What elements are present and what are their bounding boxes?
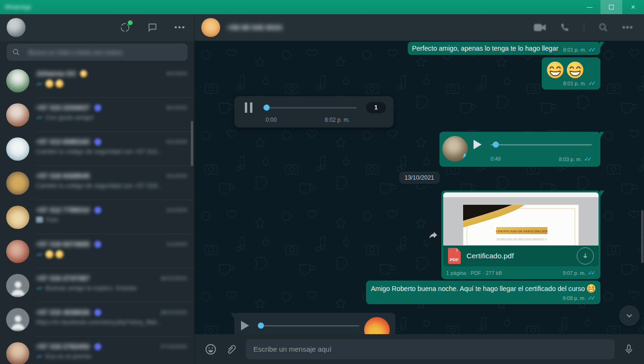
chat-preview: Cambió tu código de seguridad con +57 31…	[36, 182, 162, 189]
close-button[interactable]: ✕	[622, 0, 644, 14]
pdf-icon: PDF	[448, 248, 461, 264]
message-time: 9:07 p. m.	[563, 270, 586, 276]
new-chat-icon[interactable]	[147, 22, 158, 33]
slider-thumb[interactable]	[263, 105, 269, 111]
message-time: 9:08 p. m.	[563, 295, 586, 301]
list-item[interactable]: +57 316 2747367 30/12/2021 ✓✓ Buenas ami…	[0, 268, 194, 302]
beaming-face-emoji	[566, 61, 584, 79]
message-input[interactable]	[246, 339, 615, 359]
message-bubble-text[interactable]: Perfecto amigo, apenas lo tenga te lo ha…	[408, 42, 600, 55]
chat-avatar	[6, 206, 29, 229]
download-icon	[581, 252, 590, 260]
attach-icon[interactable]	[224, 343, 237, 356]
voice-progress-slider[interactable]	[491, 144, 592, 146]
mic-icon[interactable]	[622, 343, 635, 356]
document-meta: 1 página · PDF · 277 kB	[446, 270, 502, 276]
list-item[interactable]: +57 313 6085163 5/1/2022 Cambió tu códig…	[0, 132, 194, 166]
chat-preview: Cambió tu código de seguridad con +57 31…	[36, 148, 162, 155]
list-item[interactable]: +57 312 7789310 2/1/2022 Foto	[0, 200, 194, 234]
play-button[interactable]	[474, 140, 482, 149]
list-item[interactable]: +57 315 4036026 28/12/2021 https://m.fac…	[0, 302, 194, 337]
voice-sender-avatar	[364, 317, 390, 334]
video-call-icon[interactable]	[534, 23, 546, 32]
chat-header[interactable]: +58 98 546 9034 •••	[195, 14, 644, 41]
maximize-button[interactable]	[600, 0, 622, 14]
chat-list: Johanna GC 9/1/2022 ✓✓	[0, 64, 194, 364]
contact-name: +58 98 546 9034	[227, 23, 282, 32]
search-icon	[12, 48, 20, 56]
read-check-icon: ✓✓	[36, 81, 45, 87]
list-item[interactable]: +57 318 2762452 27/12/2021 ✓✓ Eso es el …	[0, 337, 194, 364]
sidebar-scrollbar[interactable]	[191, 121, 193, 166]
emoji-icon[interactable]	[204, 343, 217, 356]
document-file-row[interactable]: PDF Certificado.pdf	[443, 246, 599, 266]
more-icon[interactable]: •••	[622, 23, 634, 32]
search-placeholder: Busca un chat o inicia uno nuevo	[28, 49, 122, 56]
document-preview[interactable]: CERTIFICADO DE PARTICIPACIÓN OTORGADO EN…	[443, 192, 599, 246]
message-bubble-voice[interactable]: 0:49 8:03 p. m.✓✓	[439, 132, 600, 167]
voice-progress-slider[interactable]	[258, 325, 359, 327]
beaming-face-emoji	[546, 61, 564, 79]
header-divider	[584, 22, 584, 33]
list-item[interactable]: +57 310 2334027 8/1/2022 ✓✓ Con gusto am…	[0, 98, 194, 132]
list-item[interactable]: +57 318 6074665 1/1/2022 ✓✓	[0, 234, 194, 268]
chat-preview: https://m.facebook.com/story.php?story_f…	[36, 318, 161, 326]
minimize-button[interactable]: —	[579, 0, 600, 14]
chat-name: +57 318 6074665	[36, 240, 89, 248]
search-icon[interactable]	[599, 23, 608, 32]
message-bubble-text[interactable]: Amigo Roberto buena noche. Aquí te hago …	[366, 281, 600, 304]
chat-date: 2/1/2022	[166, 207, 188, 213]
read-check-icon: ✓✓	[36, 353, 45, 360]
search-input[interactable]: Busca un chat o inicia uno nuevo	[7, 44, 188, 61]
voice-call-icon[interactable]	[560, 23, 570, 32]
message-bubble-voice[interactable]	[234, 313, 395, 334]
badge-icon	[94, 343, 101, 350]
audio-timestamp: 8:02 p. m.	[325, 117, 350, 123]
download-button[interactable]	[577, 247, 594, 264]
read-check-icon: ✓✓	[36, 114, 45, 121]
play-button[interactable]	[241, 321, 249, 330]
audio-progress-slider[interactable]	[263, 107, 357, 109]
slider-thumb[interactable]	[492, 142, 499, 148]
message-text: Amigo Roberto buena noche. Aquí te hago …	[371, 285, 585, 292]
user-avatar[interactable]	[7, 18, 26, 37]
chat-name: +57 318 9428545	[36, 172, 89, 180]
read-check-icon: ✓✓	[584, 156, 592, 163]
chat-scrollbar[interactable]	[641, 210, 644, 263]
contact-avatar[interactable]	[201, 18, 220, 37]
message-bubble-document[interactable]: CERTIFICADO DE PARTICIPACIÓN OTORGADO EN…	[441, 191, 600, 279]
badge-icon	[94, 138, 101, 146]
list-item[interactable]: +57 318 9428545 4/1/2022 Cambió tu códig…	[0, 166, 194, 200]
emoji-icon	[45, 80, 54, 88]
playback-speed-button[interactable]: 1	[366, 102, 386, 113]
window-title: WhatsApp	[5, 4, 31, 10]
message-time: 8:01 p. m.	[563, 81, 586, 86]
chat-name: Johanna GC	[36, 70, 76, 77]
sidebar-header: •••	[0, 14, 194, 41]
message-time: 8:01 p. m.	[563, 47, 586, 53]
badge-icon	[94, 207, 101, 214]
chat-preview: Eso es el premio	[45, 353, 91, 360]
scroll-to-bottom-button[interactable]	[619, 305, 640, 326]
beaming-face-emoji	[587, 284, 596, 293]
message-bubble-emoji[interactable]: 8:01 p. m.✓✓	[542, 57, 600, 90]
date-divider: 13/10/2021	[399, 172, 440, 184]
voice-duration: 0:49	[491, 156, 501, 162]
slider-thumb[interactable]	[258, 323, 264, 329]
chat-date: 5/1/2022	[166, 139, 188, 145]
elapsed-time: 0:00	[266, 117, 277, 123]
window-titlebar: WhatsApp — ✕	[0, 0, 644, 14]
list-item[interactable]: Johanna GC 9/1/2022 ✓✓	[0, 64, 194, 98]
person-icon	[9, 312, 27, 331]
chat-name: +57 313 6085163	[36, 138, 89, 146]
forward-button[interactable]	[425, 228, 441, 244]
mic-icon	[364, 334, 370, 334]
chat-preview: Foto	[46, 216, 58, 223]
status-icon[interactable]	[119, 22, 131, 33]
chat-date: 9/1/2022	[166, 71, 188, 76]
menu-icon[interactable]: •••	[174, 22, 186, 33]
chat-avatar	[6, 69, 29, 92]
status-badge	[128, 20, 133, 25]
pause-button[interactable]	[245, 102, 252, 113]
chat-preview: Con gusto amigo!	[45, 114, 94, 121]
